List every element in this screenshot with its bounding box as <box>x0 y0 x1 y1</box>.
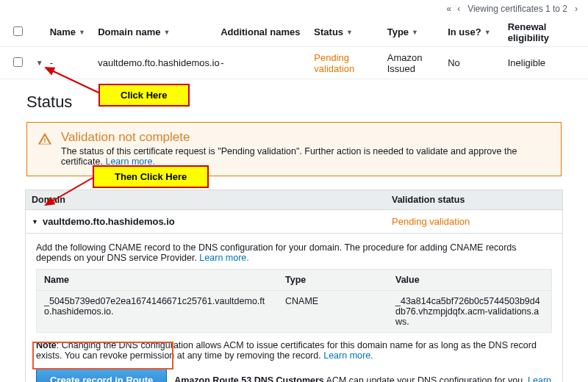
create-record-button[interactable]: Create record in Route 53 <box>36 368 167 382</box>
sort-icon: ▼ <box>163 29 170 36</box>
cname-col-name: Name <box>37 270 278 290</box>
col-status[interactable]: Status▼ <box>314 26 387 37</box>
cname-value: _43a814ca5bf726b0c5744503b9d4db76.vhzmpj… <box>388 291 551 332</box>
cname-name-value: _5045b739ed07e2ea1674146671c25761.vaultd… <box>37 291 278 332</box>
select-all-checkbox[interactable] <box>13 26 23 36</box>
note-learn-more-link[interactable]: Learn more. <box>323 350 373 361</box>
col-in-use[interactable]: In use?▼ <box>448 26 507 37</box>
col-domain-label: Domain <box>26 190 386 209</box>
cell-type: Amazon Issued <box>387 52 448 74</box>
alert-title: Validation not complete <box>61 130 551 145</box>
cname-panel: Add the following CNAME record to the DN… <box>25 234 563 382</box>
cell-name: - <box>50 57 98 68</box>
col-type[interactable]: Type▼ <box>387 26 448 37</box>
domain-row[interactable]: ▼ vaultdemo.fto.hashidemos.io Pending va… <box>25 210 563 234</box>
cname-intro: Add the following CNAME record to the DN… <box>36 242 552 263</box>
domain-name-cell: vaultdemo.fto.hashidemos.io <box>43 216 175 227</box>
expand-caret-icon[interactable]: ▼ <box>29 59 50 67</box>
col-validation-status-label: Validation status <box>386 190 562 209</box>
cell-renewal: Ineligible <box>508 57 588 68</box>
pager-bar: « ‹ Viewing certificates 1 to 2 › <box>0 0 588 18</box>
table-header: Name▼ Domain name▼ Additional names Stat… <box>0 18 588 47</box>
pager-label: Viewing certificates 1 to 2 <box>463 4 572 14</box>
cell-in-use: No <box>448 57 507 68</box>
cname-col-type: Type <box>278 270 388 290</box>
cell-domain: vaultdemo.fto.hashidemos.io <box>98 57 220 68</box>
sort-icon: ▼ <box>346 29 353 36</box>
cname-table: Name Type Value _5045b739ed07e2ea1674146… <box>36 269 552 333</box>
certificate-detail: Status Validation not complete The statu… <box>0 79 588 382</box>
note-line: Note: Changing the DNS configuration all… <box>36 340 552 361</box>
warning-icon <box>37 131 52 146</box>
cell-additional: - <box>220 57 314 68</box>
col-additional-names: Additional names <box>220 26 314 37</box>
cname-type-value: CNAME <box>278 291 388 332</box>
pager-next-icon[interactable]: › <box>572 4 581 14</box>
annotation-callout-1: Click Here <box>98 84 190 107</box>
domain-validation-status-cell: Pending validation <box>386 210 562 233</box>
cname-learn-more-link[interactable]: Learn more. <box>199 253 248 263</box>
cname-col-value: Value <box>388 270 551 290</box>
alert-body: The status of this certificate request i… <box>61 146 551 167</box>
annotation-callout-2: Then Click Here <box>93 165 209 188</box>
col-renewal: Renewal eligibility <box>508 21 588 43</box>
col-domain[interactable]: Domain name▼ <box>98 26 220 37</box>
domain-table-header: Domain Validation status <box>25 190 563 210</box>
col-name[interactable]: Name▼ <box>50 26 98 37</box>
sort-icon: ▼ <box>484 29 491 36</box>
pager-prev-icon[interactable]: ‹ <box>454 4 463 14</box>
row-checkbox[interactable] <box>13 57 23 67</box>
sort-icon: ▼ <box>79 29 85 36</box>
create-side-text: Amazon Route 53 DNS Customers ACM can up… <box>174 375 552 382</box>
domain-expand-caret-icon[interactable]: ▼ <box>32 218 38 226</box>
sort-icon: ▼ <box>412 29 418 36</box>
cell-status: Pending validation <box>314 52 387 74</box>
pager-first-icon[interactable]: « <box>443 4 454 14</box>
certificate-row[interactable]: ▼ - vaultdemo.fto.hashidemos.io - Pendin… <box>0 47 588 79</box>
